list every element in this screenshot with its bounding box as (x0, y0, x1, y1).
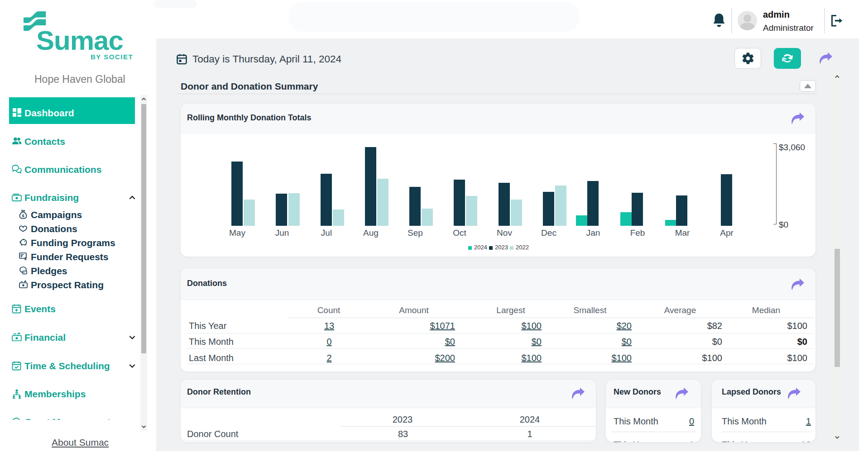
svg-text:$: $ (22, 214, 24, 218)
svg-text:$: $ (24, 257, 26, 261)
